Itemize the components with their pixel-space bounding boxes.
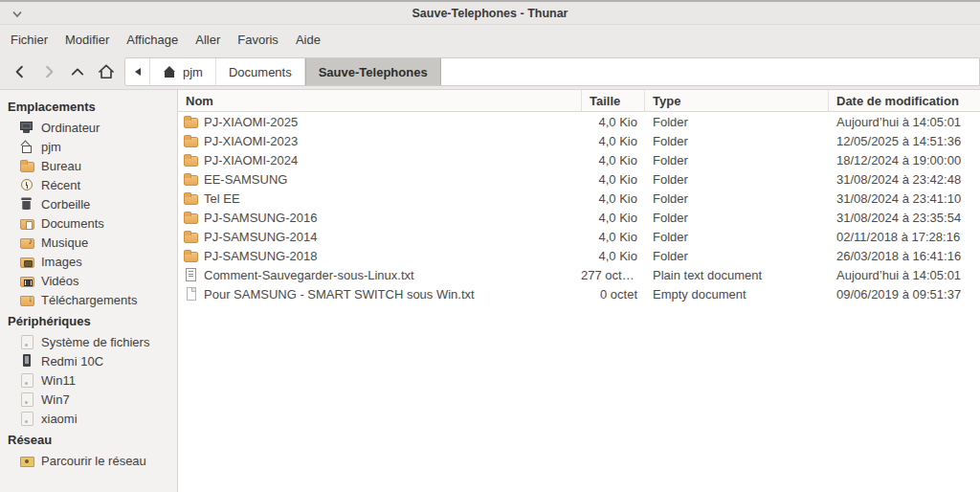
sidebar-item-icon: [19, 334, 34, 349]
file-type: Folder: [644, 211, 828, 225]
file-size: 4,0 Kio: [581, 191, 644, 206]
file-name-cell: PJ-SAMSUNG-2018: [178, 248, 581, 263]
sidebar-item-icon: [19, 158, 34, 173]
sidebar-item[interactable]: Win7: [0, 390, 177, 409]
sidebar-item-label: Win11: [41, 373, 76, 388]
breadcrumb-current[interactable]: Sauve-Telephones: [305, 58, 441, 85]
file-date: 31/08/2024 à 23:35:54: [828, 211, 980, 225]
file-name: PJ-SAMSUNG-2018: [204, 249, 317, 263]
path-scroll-left-button[interactable]: [125, 58, 150, 85]
thunar-window: Sauve-Telephones - Thunar Fichier Modifi…: [0, 0, 980, 492]
sidebar-item-label: Téléchargements: [41, 293, 137, 307]
sidebar-item-icon: [19, 120, 34, 135]
file-row[interactable]: PJ-XIAOMI-2024 4,0 Kio Folder 18/12/2024…: [178, 150, 980, 169]
file-type-icon: [183, 114, 198, 129]
sidebar-item[interactable]: Documents: [0, 213, 177, 233]
sidebar-item[interactable]: Vidéos: [0, 271, 177, 290]
column-header-type[interactable]: Type: [644, 90, 828, 111]
sidebar-item[interactable]: pjm: [0, 137, 177, 156]
file-row[interactable]: PJ-XIAOMI-2023 4,0 Kio Folder 12/05/2025…: [178, 131, 980, 150]
back-button[interactable]: [6, 58, 34, 86]
main-area: Emplacements Ordinateur pjm B: [0, 90, 980, 492]
file-date: 31/08/2024 à 23:41:10: [828, 191, 980, 206]
up-button[interactable]: [63, 58, 92, 86]
window-menu-button[interactable]: [8, 6, 27, 23]
file-size: 4,0 Kio: [581, 211, 644, 225]
sidebar-item[interactable]: Redmi 10C: [0, 351, 177, 370]
sidebar-section-reseau-items: Parcourir le réseau: [0, 451, 177, 470]
sidebar-item-icon: [19, 254, 34, 269]
file-row[interactable]: PJ-SAMSUNG-2018 4,0 Kio Folder 26/03/201…: [178, 246, 980, 265]
breadcrumb-documents[interactable]: Documents: [216, 58, 305, 85]
file-name-cell: EE-SAMSUNG: [178, 171, 581, 187]
sidebar-item[interactable]: Ordinateur: [0, 118, 177, 137]
sidebar-item[interactable]: Images: [0, 252, 177, 271]
home-filled-icon: [163, 65, 176, 78]
column-header-date[interactable]: Date de modification: [828, 90, 980, 111]
file-type: Folder: [644, 230, 828, 244]
file-name-cell: PJ-XIAOMI-2024: [178, 152, 581, 168]
menu-modifier[interactable]: Modifier: [56, 28, 118, 52]
sidebar-item-icon: [19, 196, 34, 212]
sidebar-item-label: Corbeille: [41, 197, 90, 212]
forward-button[interactable]: [34, 58, 63, 86]
menu-affichage[interactable]: Affichage: [118, 28, 187, 52]
sidebar-section-reseau: Réseau: [0, 428, 177, 451]
sidebar-item-icon: [19, 353, 34, 369]
forward-icon: [40, 63, 57, 80]
file-row[interactable]: PJ-SAMSUNG-2014 4,0 Kio Folder 02/11/201…: [178, 227, 980, 246]
sidebar-item[interactable]: Musique: [0, 233, 177, 252]
sidebar-item-icon: [19, 215, 34, 231]
file-type: Folder: [644, 134, 828, 148]
breadcrumb-home[interactable]: pjm: [150, 58, 216, 85]
toolbar: pjm Documents Sauve-Telephones: [0, 55, 980, 90]
column-header-name[interactable]: Nom: [178, 90, 581, 111]
menu-favoris[interactable]: Favoris: [229, 28, 287, 52]
menu-aller[interactable]: Aller: [187, 28, 229, 52]
file-name: PJ-XIAOMI-2025: [204, 115, 298, 129]
file-type-icon: [183, 248, 198, 263]
home-icon: [97, 62, 116, 81]
file-name: PJ-XIAOMI-2024: [204, 153, 298, 168]
file-row[interactable]: Pour SAMSUNG - SMART SWITCH sous Win.txt…: [178, 284, 980, 303]
file-name: PJ-XIAOMI-2023: [204, 134, 298, 148]
file-type: Empty document: [644, 287, 828, 302]
file-name-cell: PJ-XIAOMI-2025: [178, 114, 581, 129]
file-row[interactable]: PJ-XIAOMI-2025 4,0 Kio Folder Aujourd’hu…: [178, 112, 980, 131]
file-type-icon: [183, 190, 198, 206]
file-row[interactable]: Comment-Sauvegarder-sous-Linux.txt 277 o…: [178, 265, 980, 284]
file-type-icon: [183, 210, 198, 225]
sidebar-item-label: Vidéos: [41, 274, 79, 288]
sidebar-item[interactable]: xiaomi: [0, 409, 177, 428]
sidebar-item[interactable]: Win11: [0, 370, 177, 390]
file-row[interactable]: PJ-SAMSUNG-2016 4,0 Kio Folder 31/08/202…: [178, 208, 980, 227]
menu-aide[interactable]: Aide: [287, 28, 329, 52]
file-name: Pour SAMSUNG - SMART SWITCH sous Win.txt: [204, 287, 475, 302]
sidebar-item-label: pjm: [41, 140, 61, 154]
file-size: 4,0 Kio: [581, 172, 644, 187]
sidebar-item[interactable]: Corbeille: [0, 194, 177, 213]
sidebar-item[interactable]: Système de fichiers: [0, 332, 177, 351]
file-type-icon: [183, 286, 198, 302]
menu-bar: Fichier Modifier Affichage Aller Favoris…: [0, 25, 980, 55]
breadcrumb-home-label: pjm: [183, 65, 203, 79]
sidebar-item-icon: [19, 372, 34, 388]
file-row[interactable]: EE-SAMSUNG 4,0 Kio Folder 31/08/2024 à 2…: [178, 169, 980, 189]
sidebar-item[interactable]: Téléchargements: [0, 290, 177, 309]
breadcrumb-current-label: Sauve-Telephones: [319, 65, 428, 79]
file-type: Folder: [644, 153, 828, 168]
file-date: 09/06/2019 à 09:51:37: [828, 287, 980, 302]
sidebar-item-label: Win7: [41, 392, 70, 407]
sidebar-item[interactable]: Bureau: [0, 156, 177, 175]
file-name-cell: PJ-SAMSUNG-2014: [178, 229, 581, 244]
home-button[interactable]: [92, 58, 121, 86]
file-row[interactable]: Tel EE 4,0 Kio Folder 31/08/2024 à 23:41…: [178, 189, 980, 208]
window-title: Sauve-Telephones - Thunar: [412, 7, 568, 20]
file-size: 4,0 Kio: [581, 134, 644, 148]
file-size: 277 octets: [581, 268, 644, 282]
column-header-size[interactable]: Taille: [581, 90, 644, 111]
sidebar-item[interactable]: Parcourir le réseau: [0, 451, 177, 470]
sidebar-item[interactable]: Récent: [0, 175, 177, 194]
chevron-down-icon: [11, 9, 24, 20]
menu-fichier[interactable]: Fichier: [2, 28, 56, 52]
